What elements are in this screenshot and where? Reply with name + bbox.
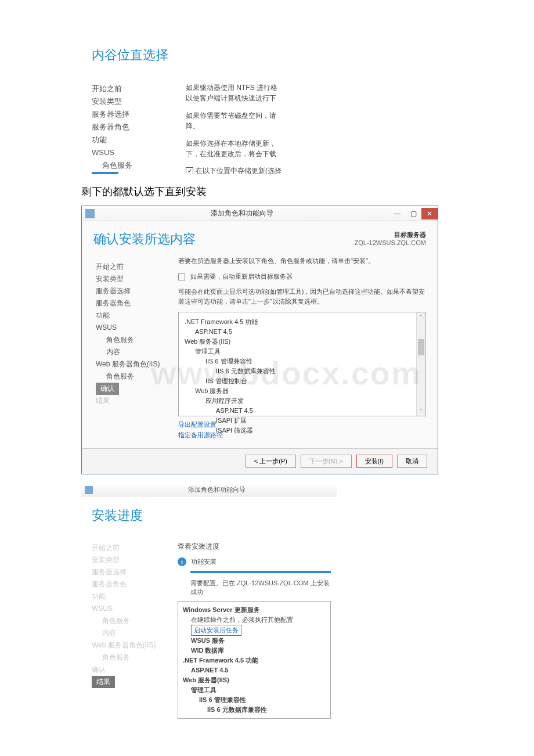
next-button[interactable]: 下一步(N) > [301,455,352,468]
tree-node: ASP.NET 4.5 [185,406,420,416]
tree-node: ASP.NET 4.5 [183,665,326,675]
minimize-button[interactable]: — [389,208,405,219]
store-updates-label: 在以下位置中存储更新(选择 [196,166,282,174]
nav-item: Web 服务器角色(IIS) [92,639,178,651]
tree-node: IIS 管理控制台 [185,376,420,386]
sidebar-item[interactable]: 内容 [92,172,118,174]
window-title: 添加角色和功能向导 [96,485,337,494]
scroll-thumb[interactable] [418,339,424,355]
sidebar-item[interactable]: 服务器选择 [92,108,174,121]
nav-item: 内容 [92,627,178,639]
tree-node: 管理工具 [185,347,420,357]
install-status-text: 需要配置。已在 ZQL-12WSUS.ZQL.COM 上安装成功 [190,579,331,596]
nav-item[interactable]: 角色服务 [96,334,175,346]
scrollbar[interactable]: ˄ ˅ [416,312,425,416]
sidebar-item[interactable]: 服务器角色 [92,121,174,134]
tree-node: IIS 6 管理兼容性 [183,695,326,705]
install-progress-dialog: 添加角色和功能向导 安装进度 开始之前安装类型服务器选择服务器角色功能WSUS角… [81,484,337,719]
window-title: 添加角色和功能向导 [95,208,389,218]
tree-node: IIS 6 元数据库兼容性 [183,705,326,715]
feature-install-label: 功能安装 [191,557,217,566]
prev-button[interactable]: < 上一步(P) [246,455,296,468]
titlebar: 添加角色和功能向导 [81,484,337,496]
wizard-content: 如果驱动器使用 NTFS 进行格以使客户端计算机快速进行下 如果你需要节省磁盘空… [174,74,453,174]
dialog-heading: 确认安装所选内容 [93,231,196,248]
progress-bar [190,571,331,573]
app-icon [85,486,93,494]
sidebar-item[interactable]: 功能 [92,134,174,146]
wizard-panel-content-location: 内谷位直选择 开始之前安装类型服务器选择服务器角色功能WSUS角色服务内容Web… [81,35,453,174]
nav-item[interactable]: 角色服务 [96,370,175,383]
post-install-task-link[interactable]: 启动安装后任务 [183,625,326,636]
nav-item[interactable]: 服务器角色 [96,297,175,309]
dialog-heading: 安装进度 [92,507,337,531]
panel-heading: 内谷位直选择 [81,35,453,69]
tree-node: Web 服务器(IIS) [185,337,420,347]
nav-item[interactable]: WSUS [96,322,175,334]
tree-node: Windows Server 更新服务 [183,605,326,615]
nav-item[interactable]: 开始之前 [96,261,175,273]
tree-node: 管理工具 [183,685,326,695]
tree-node: ISAPI 扩展 [185,416,420,426]
confirm-install-dialog: 添加角色和功能向导 — ▢ ✕ 确认安装所选内容 目标服务器 ZQL-12WSU… [81,206,438,474]
auto-restart-label: 如果需要，自动重新启动目标服务器 [190,273,293,280]
features-tree: .NET Framework 4.5 功能ASP.NET 4.5Web 服务器(… [178,312,426,416]
tree-node: .NET Framework 4.5 功能 [185,317,420,327]
auto-restart-checkbox[interactable] [178,273,185,280]
nav-item[interactable]: 功能 [96,309,175,322]
nav-item[interactable]: 服务器选择 [96,285,175,297]
nav-item[interactable]: 内容 [96,346,175,358]
inter-text: 剩下的都默认选下直到安装 [81,185,534,199]
tree-node: WID 数据库 [183,646,326,656]
nav-item[interactable]: 确认 [96,383,119,395]
tree-node: WSUS 服务 [183,636,326,646]
tree-node: ASP.NET 4.5 [185,327,420,337]
nav-item: WSUS [92,603,178,615]
close-button[interactable]: ✕ [421,208,438,219]
store-updates-checkbox[interactable]: ✓ [186,167,193,174]
sidebar-item[interactable]: WSUS [92,146,174,159]
tree-node: .NET Framework 4.5 功能 [183,656,326,665]
titlebar: 添加角色和功能向导 — ▢ ✕ [82,206,438,221]
nav-item: 角色服务 [92,651,178,664]
nav-item[interactable]: 安装类型 [96,273,175,285]
app-icon [85,209,95,218]
nav-item: 服务器角色 [92,578,178,591]
sidebar-item[interactable]: 安装类型 [92,95,174,108]
tree-node: ISAPI 筛选器 [185,426,420,435]
nav-item[interactable]: Web 服务器角色(IIS) [96,358,175,370]
scroll-down-icon[interactable]: ˅ [417,406,425,416]
target-server-info: 目标服务器 ZQL-12WSUS.ZQL.COM [355,231,426,247]
tree-node: IIS 6 管理兼容性 [185,357,420,366]
nav-item: 角色服务 [92,615,178,627]
sidebar-item[interactable]: 开始之前 [92,82,174,95]
scroll-up-icon[interactable]: ˄ [417,312,425,322]
nav-item: 服务器选择 [92,566,178,578]
nav-item: 安装类型 [92,554,178,566]
tree-node: 应用程序开发 [185,396,420,406]
wizard-nav: 开始之前安装类型服务器选择服务器角色功能WSUS角色服务内容Web 服务器角色(… [92,542,178,719]
wizard-nav: 开始之前安装类型服务器选择服务器角色功能WSUS角色服务内容Web 服务器角色(… [93,256,175,440]
sidebar-item[interactable]: 角色服务 [92,159,174,172]
optional-features-note: 可能会在此页面上显示可选功能(如管理工具)，因为已自动选择这些功能。如果不希望安… [178,287,426,306]
cancel-button[interactable]: 取消 [397,455,427,468]
instruction-text: 若要在所选服务器上安装以下角色、角色服务或功能，请单击"安装"。 [178,256,426,266]
nav-item: 确认 [92,664,178,676]
view-progress-label: 查看安装进度 [178,542,331,552]
tree-node: Web 服务器 [185,386,420,396]
install-results-tree: Windows Server 更新服务在继续操作之前，必须执行其他配置启动安装后… [178,601,331,719]
maximize-button[interactable]: ▢ [405,208,421,219]
tree-node: IIS 6 元数据库兼容性 [185,366,420,376]
install-button[interactable]: 安装(I) [356,455,392,468]
wizard-sidebar: 开始之前安装类型服务器选择服务器角色功能WSUS角色服务内容Web 服务器角色(… [81,74,174,174]
nav-item: 结果 [92,676,115,688]
nav-item: 功能 [92,591,178,603]
info-icon: i [178,557,186,566]
tree-node: 在继续操作之前，必须执行其他配置 [183,615,326,625]
nav-item[interactable]: 结果 [96,395,175,407]
nav-item: 开始之前 [92,542,178,554]
tree-node: Web 服务器(IIS) [183,675,326,685]
